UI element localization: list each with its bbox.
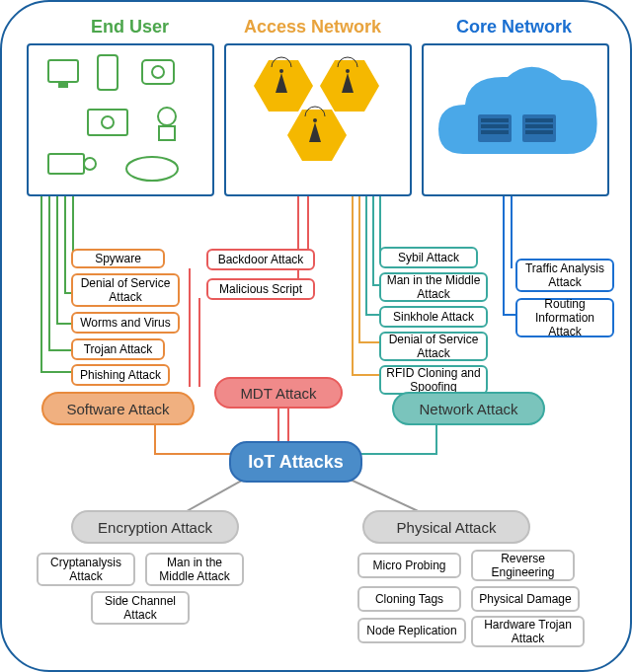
attack-rfid: RFID Cloning and Spoofing: [379, 365, 488, 395]
attack-mitm2: Man in the Middle Attack: [145, 553, 244, 586]
title-core-network: Core Network: [456, 17, 572, 37]
attack-spyware: Spyware: [71, 249, 165, 268]
cat-mdt: MDT Attack: [214, 377, 343, 409]
attack-sidechan: Side Channel Attack: [91, 591, 190, 625]
attack-dos2: Denial of Service Attack: [379, 332, 488, 361]
svg-rect-3: [142, 60, 174, 84]
title-access-network: Access Network: [244, 17, 381, 37]
svg-rect-16: [481, 118, 509, 122]
cat-software: Software Attack: [41, 392, 195, 425]
svg-point-12: [279, 69, 283, 73]
svg-rect-2: [98, 55, 118, 90]
svg-point-11: [126, 157, 178, 181]
svg-rect-0: [48, 60, 78, 82]
attack-physdmg: Physical Damage: [471, 586, 580, 612]
central-iot-attacks: IoT Attacks: [229, 441, 362, 483]
svg-point-14: [313, 118, 317, 122]
attack-noderep: Node Replication: [357, 618, 466, 643]
cloud-icon: [424, 45, 611, 198]
attack-microprobe: Micro Probing: [357, 553, 461, 578]
attack-cloning: Cloning Tags: [357, 586, 461, 612]
attack-dos: Denial of Service Attack: [71, 273, 180, 307]
attack-routing: Routing Information Attack: [515, 298, 614, 337]
cat-physical: Physical Attack: [362, 510, 530, 544]
end-user-devices-icon: [29, 45, 216, 198]
attack-reverse: Reverse Engineering: [471, 550, 575, 581]
attack-sybil: Sybil Attack: [379, 247, 478, 268]
cat-encryption: Encryption Attack: [71, 510, 239, 544]
svg-rect-20: [525, 118, 553, 122]
svg-point-6: [102, 116, 114, 128]
attack-hwtrojan: Hardware Trojan Attack: [471, 616, 585, 647]
attack-backdoor: Backdoor Attack: [206, 249, 315, 270]
cat-network: Network Attack: [392, 392, 545, 425]
attack-trojan: Trojan Attack: [71, 338, 165, 360]
panel-access-network: [224, 43, 412, 196]
attack-worms: Worms and Virus: [71, 312, 180, 334]
svg-rect-5: [88, 110, 127, 135]
svg-rect-8: [159, 126, 175, 140]
attack-sinkhole: Sinkhole Attack: [379, 306, 488, 328]
attack-crypt: Cryptanalysis Attack: [37, 553, 135, 586]
attack-phishing: Phishing Attack: [71, 364, 170, 386]
antenna-icon: [226, 45, 414, 198]
panel-end-user: [27, 43, 214, 196]
svg-point-13: [346, 69, 350, 73]
panel-core-network: [422, 43, 609, 196]
svg-rect-18: [481, 130, 509, 134]
svg-point-7: [158, 108, 176, 125]
svg-rect-21: [525, 124, 553, 128]
svg-rect-22: [525, 130, 553, 134]
attack-mitm: Man in the Middle Attack: [379, 272, 488, 302]
attack-traffic: Traffic Analysis Attack: [515, 259, 614, 292]
svg-rect-17: [481, 124, 509, 128]
svg-rect-1: [58, 82, 68, 88]
attack-malscript: Malicious Script: [206, 278, 315, 300]
title-end-user: End User: [91, 17, 169, 37]
svg-point-10: [84, 158, 96, 170]
svg-point-4: [152, 66, 164, 78]
svg-rect-9: [48, 154, 84, 174]
diagram-canvas: End User Access Network Core Network Spy…: [0, 0, 632, 672]
